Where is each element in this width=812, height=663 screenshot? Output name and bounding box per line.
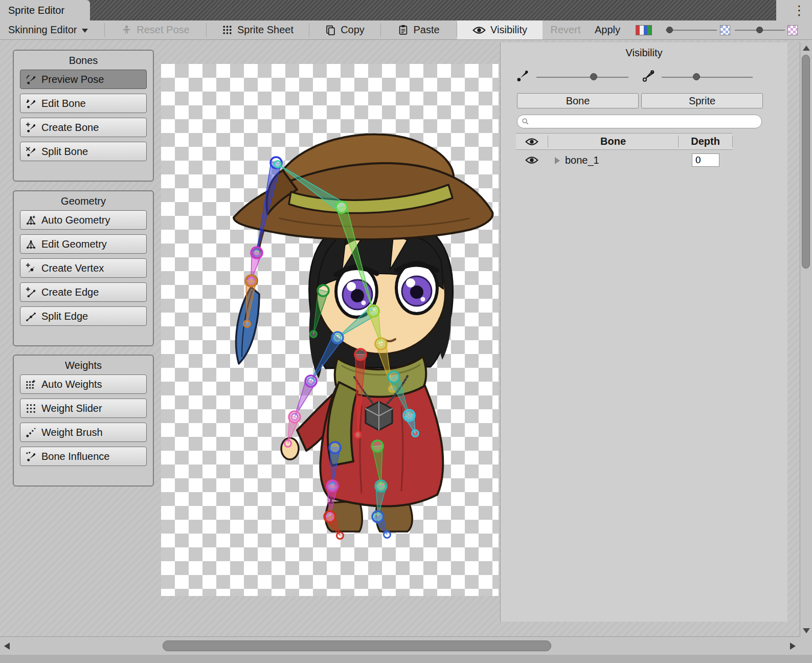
preview-pose-button[interactable]: Preview Pose bbox=[20, 70, 147, 89]
visibility-button[interactable]: Visibility bbox=[457, 20, 543, 39]
slider-handle[interactable] bbox=[590, 73, 597, 80]
button-label: Create Vertex bbox=[41, 262, 104, 274]
bone-table-header: Bone Depth bbox=[516, 133, 733, 150]
edit-geometry-button[interactable]: Edit Geometry bbox=[20, 234, 147, 254]
row-visibility-eye-toggle[interactable] bbox=[525, 156, 538, 165]
search-icon bbox=[522, 118, 529, 125]
create-edge-icon bbox=[26, 287, 36, 298]
visibility-panel-title: Visibility bbox=[501, 42, 787, 59]
geometry-panel-title: Geometry bbox=[14, 191, 153, 210]
weight-brush-icon bbox=[26, 427, 36, 438]
button-label: Preview Pose bbox=[41, 74, 104, 85]
bone-opacity-slider[interactable] bbox=[536, 77, 628, 78]
sprite-canvas[interactable] bbox=[161, 64, 499, 596]
create-vertex-icon bbox=[26, 263, 36, 274]
button-label: Split Edge bbox=[41, 311, 88, 322]
copy-button[interactable]: Copy bbox=[310, 20, 380, 39]
tab-bone[interactable]: Bone bbox=[517, 93, 639, 108]
bones-panel-title: Bones bbox=[14, 51, 153, 70]
bone-name: bone_1 bbox=[565, 154, 599, 166]
create-vertex-button[interactable]: Create Vertex bbox=[20, 258, 147, 278]
split-edge-button[interactable]: Split Edge bbox=[20, 306, 147, 326]
sprite-sheet-icon bbox=[222, 25, 233, 35]
split-bone-button[interactable]: Split Bone bbox=[20, 142, 147, 161]
column-separator bbox=[732, 136, 733, 147]
scroll-right-arrow[interactable] bbox=[790, 643, 796, 650]
eye-icon bbox=[472, 26, 486, 35]
alpha-checker-icon-2 bbox=[787, 25, 798, 35]
toolbar-separator bbox=[206, 23, 207, 37]
tab-sprite[interactable]: Sprite bbox=[641, 93, 763, 108]
bone-influence-icon bbox=[26, 451, 36, 462]
edit-bone-button[interactable]: Edit Bone bbox=[20, 94, 147, 113]
reset-pose-icon bbox=[121, 25, 132, 35]
toolbar-slider-2[interactable] bbox=[735, 30, 785, 31]
weight-slider-button[interactable]: Weight Slider bbox=[20, 399, 147, 418]
paste-button[interactable]: Paste bbox=[381, 20, 456, 39]
tabbar-right-area: ⋮ bbox=[776, 0, 812, 20]
auto-weights-icon bbox=[26, 379, 36, 390]
weights-panel: Weights Auto WeightsWeight SliderWeight … bbox=[13, 355, 154, 487]
chevron-down-icon bbox=[82, 29, 88, 36]
search-input[interactable] bbox=[532, 116, 761, 127]
horizontal-scrollbar[interactable] bbox=[0, 636, 800, 655]
create-bone-button[interactable]: Create Bone bbox=[20, 118, 147, 137]
kebab-menu-icon[interactable]: ⋮ bbox=[792, 2, 807, 19]
tab-strip: ⋮ Sprite Editor bbox=[0, 0, 812, 20]
bottom-strip bbox=[0, 655, 812, 663]
button-label: Split Bone bbox=[41, 146, 88, 158]
alpha-checker-icon-1 bbox=[720, 25, 730, 35]
slider-handle[interactable] bbox=[666, 27, 673, 33]
weight-brush-button[interactable]: Weight Brush bbox=[20, 423, 147, 442]
button-label: Weight Slider bbox=[41, 403, 102, 414]
slider-handle[interactable] bbox=[693, 73, 700, 80]
apply-button[interactable]: Apply bbox=[589, 20, 626, 39]
expand-triangle-icon[interactable] bbox=[555, 157, 563, 164]
toolbar-separator bbox=[309, 23, 309, 37]
vertical-scroll-thumb[interactable] bbox=[802, 55, 810, 269]
auto-weights-button[interactable]: Auto Weights bbox=[20, 374, 147, 394]
scrollbar-corner bbox=[800, 636, 812, 655]
sprite-opacity-slider[interactable] bbox=[662, 77, 753, 78]
tab-title: Sprite Editor bbox=[8, 5, 64, 16]
bone-opacity-icon bbox=[516, 69, 529, 82]
scroll-up-arrow[interactable] bbox=[803, 46, 810, 51]
bone-column-header: Bone bbox=[548, 136, 678, 147]
auto-geometry-button[interactable]: Auto Geometry bbox=[20, 210, 147, 230]
visibility-tabs: Bone Sprite bbox=[517, 93, 763, 108]
button-label: Auto Weights bbox=[41, 379, 102, 390]
weights-panel-title: Weights bbox=[14, 356, 153, 374]
split-bone-icon bbox=[26, 146, 36, 157]
unity-pendant bbox=[366, 402, 392, 430]
depth-input[interactable] bbox=[692, 153, 719, 167]
sprite-opacity-icon bbox=[642, 69, 655, 82]
color-swatch-icon[interactable] bbox=[636, 25, 652, 35]
edit-geometry-icon bbox=[26, 239, 36, 250]
slider-handle[interactable] bbox=[756, 27, 763, 33]
scroll-down-arrow[interactable] bbox=[803, 628, 810, 633]
search-field[interactable] bbox=[517, 115, 762, 128]
revert-button[interactable]: Revert bbox=[544, 20, 588, 39]
paste-icon bbox=[398, 25, 409, 35]
toolbar-separator bbox=[104, 23, 105, 37]
toolbar: Skinning Editor Reset Pose Sprite Sheet … bbox=[0, 20, 812, 40]
create-bone-icon bbox=[26, 122, 36, 133]
vertical-scrollbar[interactable] bbox=[800, 42, 812, 636]
weight-slider-icon bbox=[26, 403, 36, 414]
bone-influence-button[interactable]: Bone Influence bbox=[20, 447, 147, 466]
toolbar-slider-1[interactable] bbox=[666, 30, 717, 31]
opacity-sliders bbox=[516, 69, 774, 85]
bone-table-body: bone_1 bbox=[516, 151, 733, 170]
skinning-editor-dropdown[interactable]: Skinning Editor bbox=[5, 20, 100, 39]
scroll-left-arrow[interactable] bbox=[4, 643, 10, 650]
horizontal-scroll-thumb[interactable] bbox=[163, 640, 551, 651]
bone-row[interactable]: bone_1 bbox=[516, 151, 733, 170]
button-label: Weight Brush bbox=[41, 427, 103, 438]
reset-pose-button[interactable]: Reset Pose bbox=[105, 20, 206, 39]
tab-sprite-editor[interactable]: Sprite Editor bbox=[0, 0, 90, 20]
preview-pose-icon bbox=[26, 74, 36, 85]
geometry-panel: Geometry Auto GeometryEdit GeometryCreat… bbox=[13, 190, 154, 346]
button-label: Edit Bone bbox=[41, 98, 86, 109]
create-edge-button[interactable]: Create Edge bbox=[20, 282, 147, 302]
sprite-sheet-button[interactable]: Sprite Sheet bbox=[207, 20, 308, 39]
